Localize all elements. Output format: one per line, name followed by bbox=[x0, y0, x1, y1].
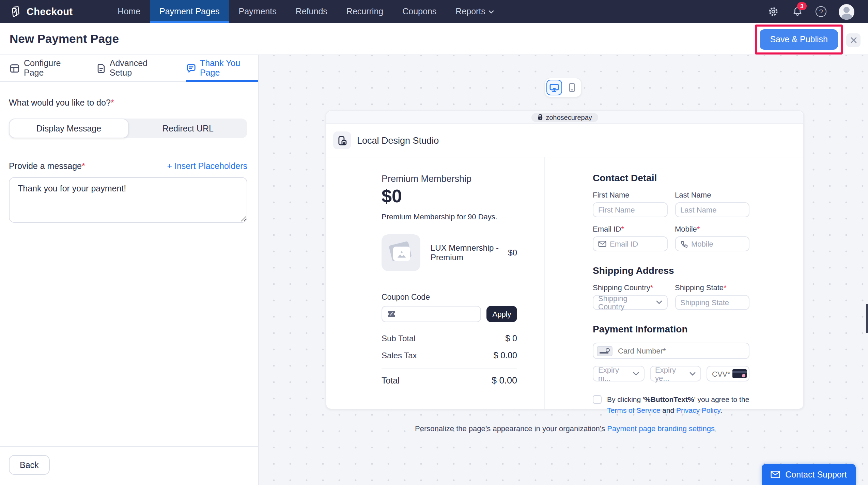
document-icon bbox=[97, 63, 106, 73]
mobile-label: Mobile* bbox=[675, 225, 749, 233]
last-name-label: Last Name bbox=[675, 191, 749, 199]
coupon-code-label: Coupon Code bbox=[382, 293, 517, 301]
nav-item-payments[interactable]: Payments bbox=[229, 0, 286, 23]
merchant-header: Local Design Studio bbox=[326, 124, 803, 157]
shipping-state-input[interactable] bbox=[680, 298, 744, 307]
brand-label: Checkout bbox=[27, 6, 73, 17]
message-label: Provide a message* bbox=[9, 161, 85, 171]
nav-item-payment-pages[interactable]: Payment Pages bbox=[150, 0, 229, 23]
mobile-preview-button[interactable] bbox=[564, 80, 580, 95]
top-navigation: Checkout Home Payment Pages Payments Ref… bbox=[0, 0, 868, 23]
close-icon bbox=[850, 37, 857, 44]
close-button[interactable] bbox=[846, 33, 861, 47]
required-asterisk: * bbox=[82, 161, 85, 171]
save-publish-button[interactable]: Save & Publish bbox=[760, 29, 838, 50]
mobile-input[interactable] bbox=[691, 240, 744, 248]
preview-body: Premium Membership $0 Premium Membership… bbox=[326, 157, 803, 409]
shipping-country-label: Shipping Country* bbox=[593, 283, 667, 292]
email-input[interactable] bbox=[610, 240, 662, 248]
chevron-down-icon bbox=[656, 300, 662, 304]
action-segmented-control: Display Message Redirect URL bbox=[9, 119, 247, 138]
notifications-bell-icon[interactable]: 3 bbox=[791, 5, 803, 18]
cvv-input[interactable] bbox=[712, 370, 732, 378]
privacy-policy-link[interactable]: Privacy Policy bbox=[676, 406, 720, 414]
lock-icon bbox=[538, 114, 543, 121]
shipping-state-label: Shipping State* bbox=[675, 283, 749, 292]
nav-right-cluster: 3 ? bbox=[767, 0, 868, 23]
required-asterisk: * bbox=[111, 98, 114, 108]
credit-card-icon bbox=[597, 346, 613, 356]
nav-item-refunds[interactable]: Refunds bbox=[286, 0, 337, 23]
phone-icon bbox=[680, 240, 688, 248]
button-text-token: %ButtonText% bbox=[644, 395, 694, 403]
nav-item-recurring[interactable]: Recurring bbox=[337, 0, 393, 23]
expiry-year-select[interactable]: Expiry ye... bbox=[650, 366, 701, 381]
cvv-field[interactable] bbox=[707, 366, 749, 381]
terms-of-service-link[interactable]: Terms of Service bbox=[607, 406, 660, 414]
card-number-input[interactable] bbox=[618, 347, 745, 355]
tab-configure-page[interactable]: Configure Page bbox=[10, 55, 79, 81]
secure-badge-label: zohosecurepay bbox=[546, 113, 592, 121]
settings-gear-icon[interactable] bbox=[767, 5, 779, 18]
line-item-price: $0 bbox=[508, 248, 517, 257]
total-row: Total $ 0.00 bbox=[382, 375, 517, 386]
order-summary: Premium Membership $0 Premium Membership… bbox=[326, 157, 544, 409]
terms-checkbox[interactable] bbox=[593, 395, 602, 404]
preview-area: zohosecurepay Local Design Studio Premiu… bbox=[259, 55, 868, 485]
contact-support-button[interactable]: Contact Support bbox=[761, 464, 856, 485]
envelope-icon bbox=[598, 240, 606, 247]
option-display-message[interactable]: Display Message bbox=[9, 119, 129, 138]
secure-badge: zohosecurepay bbox=[531, 113, 598, 122]
configuration-panel: Configure Page Advanced Setup bbox=[0, 55, 259, 485]
coupon-code-input[interactable] bbox=[382, 306, 481, 322]
coupon-row: Apply bbox=[382, 306, 517, 322]
chevron-down-icon bbox=[633, 372, 639, 376]
line-item-row: LUX Memnership - Premium $0 bbox=[382, 234, 517, 271]
desktop-monitor-icon bbox=[549, 83, 559, 92]
branding-settings-link[interactable]: Payment page branding settings bbox=[607, 424, 715, 433]
nav-item-coupons[interactable]: Coupons bbox=[393, 0, 446, 23]
shipping-country-select[interactable]: Shipping Country bbox=[593, 295, 667, 310]
action-question-label: What would you like to do?* bbox=[9, 98, 247, 108]
email-label: Email ID* bbox=[593, 225, 667, 233]
thank-you-settings: What would you like to do?* Display Mess… bbox=[0, 82, 258, 225]
mobile-phone-icon bbox=[568, 82, 576, 93]
first-name-input[interactable] bbox=[598, 206, 662, 214]
card-number-field[interactable] bbox=[593, 343, 749, 359]
name-fields-row: First Name Last Name bbox=[593, 191, 749, 217]
panel-footer: Back bbox=[0, 446, 258, 485]
message-textarea[interactable]: Thank you for your payment! bbox=[9, 177, 247, 223]
terms-text: By clicking '%ButtonText%' you agree to … bbox=[607, 394, 749, 416]
totals-divider bbox=[382, 368, 517, 369]
checkout-form: Contact Detail First Name Last Name bbox=[544, 157, 803, 409]
chat-bubble-icon bbox=[186, 63, 196, 73]
notification-count-badge: 3 bbox=[797, 2, 807, 10]
desktop-preview-button[interactable] bbox=[546, 80, 562, 95]
page-title: New Payment Page bbox=[10, 32, 119, 46]
scrollbar-thumb[interactable] bbox=[866, 304, 868, 333]
help-icon[interactable]: ? bbox=[815, 5, 827, 18]
expiry-month-select[interactable]: Expiry m... bbox=[593, 366, 644, 381]
user-avatar[interactable] bbox=[839, 4, 854, 19]
back-button[interactable]: Back bbox=[9, 455, 50, 475]
apply-coupon-button[interactable]: Apply bbox=[486, 306, 517, 322]
device-preview-toggle bbox=[544, 78, 582, 97]
nav-item-reports[interactable]: Reports bbox=[446, 0, 504, 23]
first-name-label: First Name bbox=[593, 191, 667, 199]
checkout-logo-icon bbox=[10, 5, 22, 18]
tab-thank-you-page[interactable]: Thank You Page bbox=[186, 55, 258, 81]
brand[interactable]: Checkout bbox=[0, 0, 73, 23]
line-item-name: LUX Memnership - Premium bbox=[431, 243, 499, 262]
terms-row: By clicking '%ButtonText%' you agree to … bbox=[593, 394, 749, 416]
chevron-down-icon bbox=[489, 10, 494, 13]
expiry-cvv-row: Expiry m... Expiry ye... bbox=[593, 366, 749, 381]
insert-placeholders-link[interactable]: + Insert Placeholders bbox=[167, 161, 247, 171]
email-mobile-row: Email ID* Mobile* bbox=[593, 225, 749, 251]
plan-description: Premium Membership for 90 Days. bbox=[382, 213, 517, 221]
option-redirect-url[interactable]: Redirect URL bbox=[129, 119, 247, 138]
nav-menu: Home Payment Pages Payments Refunds Recu… bbox=[108, 0, 504, 23]
merchant-logo-icon bbox=[333, 131, 351, 149]
last-name-input[interactable] bbox=[680, 206, 744, 214]
tab-advanced-setup[interactable]: Advanced Setup bbox=[97, 55, 168, 81]
nav-item-home[interactable]: Home bbox=[108, 0, 150, 23]
